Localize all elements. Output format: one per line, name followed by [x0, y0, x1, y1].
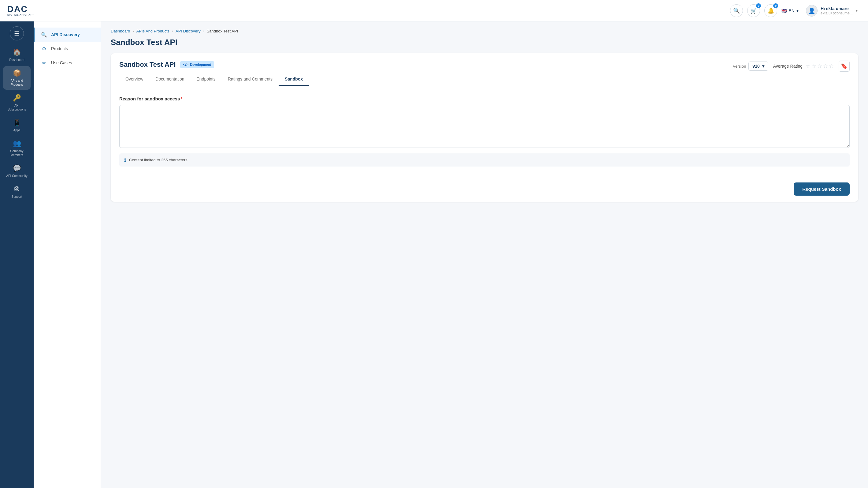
tab-overview[interactable]: Overview [119, 73, 149, 86]
support-icon: 🛠 [13, 185, 20, 193]
sidebar-item-label: Dashboard [9, 58, 25, 62]
logo-sub: DIGITAL APICRAFT [7, 13, 34, 16]
sidebar-item-label: Apps [13, 128, 21, 132]
cart-button[interactable]: 🛒 0 [747, 4, 760, 17]
version-selector[interactable]: v10 ▾ [748, 61, 768, 71]
secondary-sidebar: 🔍 API Discovery ⚙ Products ✏ Use Cases [34, 22, 101, 488]
info-icon: ℹ [124, 157, 126, 163]
tab-ratings-comments[interactable]: Ratings and Comments [222, 73, 279, 86]
secondary-nav-use-cases[interactable]: ✏ Use Cases [34, 56, 101, 70]
sandbox-reason-textarea[interactable] [119, 105, 850, 148]
notification-badge: 0 [773, 3, 778, 8]
sidebar-item-label: Support [11, 195, 22, 199]
tab-sandbox[interactable]: Sandbox [279, 73, 309, 86]
rating-section: Average Rating ☆ ☆ ☆ ☆ ☆ [773, 63, 834, 69]
bookmark-icon: 🔖 [841, 63, 847, 69]
use-cases-icon: ✏ [41, 59, 48, 66]
star-5[interactable]: ☆ [829, 63, 834, 69]
breadcrumb-sep-2: › [172, 29, 173, 33]
language-selector[interactable]: 🇬🇧 EN ▾ [781, 8, 798, 13]
star-rating: ☆ ☆ ☆ ☆ ☆ [806, 63, 834, 69]
rating-label: Average Rating [773, 64, 803, 68]
logo-text: DAC DIGITAL APICRAFT [7, 5, 34, 16]
cart-badge: 0 [756, 3, 761, 8]
breadcrumb-api-discovery[interactable]: API Discovery [176, 29, 200, 33]
star-1[interactable]: ☆ [806, 63, 810, 69]
breadcrumb-dashboard[interactable]: Dashboard [111, 29, 130, 33]
breadcrumb-current: Sandbox Test API [207, 29, 238, 33]
avatar: 👤 [806, 5, 817, 17]
secondary-nav-label: Products [51, 46, 68, 51]
language-label: EN [788, 8, 794, 13]
search-icon: 🔍 [733, 7, 740, 14]
chevron-down-icon: ▾ [797, 8, 799, 13]
version-section: Version v10 ▾ [733, 61, 768, 71]
breadcrumb-sep-1: › [133, 29, 134, 33]
request-sandbox-button[interactable]: Request Sandbox [794, 182, 850, 196]
breadcrumb-sep-3: › [203, 29, 204, 33]
search-button[interactable]: 🔍 [730, 4, 743, 17]
user-menu[interactable]: 👤 Hi ekta umare ekta.u+pconsume... ▾ [803, 3, 861, 18]
api-discovery-icon: 🔍 [41, 31, 48, 38]
secondary-nav-label: API Discovery [51, 32, 80, 37]
secondary-nav-products[interactable]: ⚙ Products [34, 41, 101, 56]
sidebar-item-dashboard[interactable]: 🏠 Dashboard [3, 45, 31, 65]
company-members-icon: 👥 [13, 140, 21, 148]
left-sidebar: ☰ 🏠 Dashboard 📦 APIs and Products 🔑 API … [0, 22, 34, 488]
sidebar-item-api-subscriptions[interactable]: 🔑 API Subscriptions [3, 91, 31, 115]
products-icon: ⚙ [41, 45, 48, 52]
tab-endpoints[interactable]: Endpoints [190, 73, 222, 86]
bell-icon: 🔔 [767, 7, 774, 14]
code-icon: </> [183, 62, 188, 67]
sidebar-item-label: API Community [6, 174, 27, 178]
logo: DAC DIGITAL APICRAFT [7, 5, 41, 16]
page-title: Sandbox Test API [111, 38, 858, 47]
notifications-button[interactable]: 🔔 0 [764, 4, 777, 17]
secondary-nav-api-discovery[interactable]: 🔍 API Discovery [34, 28, 101, 41]
subscriptions-icon: 🔑 [13, 94, 21, 102]
logo-main: DAC [7, 5, 34, 13]
sidebar-item-apis-products[interactable]: 📦 APIs and Products [3, 66, 31, 90]
sidebar-item-apps[interactable]: 📱 Apps [3, 116, 31, 135]
tab-documentation[interactable]: Documentation [149, 73, 190, 86]
apps-icon: 📱 [13, 119, 21, 127]
version-chevron-icon: ▾ [762, 64, 764, 68]
api-card-title: Sandbox Test API [119, 61, 176, 68]
user-name: Hi ekta umare [820, 6, 853, 11]
version-rating-area: Version v10 ▾ Average Rating ☆ ☆ ☆ [733, 61, 850, 71]
version-label: Version [733, 64, 746, 68]
secondary-nav-label: Use Cases [51, 60, 72, 65]
card-footer: Request Sandbox [111, 176, 858, 202]
api-card-body: Reason for sandbox access* ℹ Content lim… [111, 86, 858, 176]
sidebar-item-label: APIs and Products [5, 79, 29, 87]
star-2[interactable]: ☆ [811, 63, 816, 69]
header-right: 🔍 🛒 0 🔔 0 🇬🇧 EN ▾ 👤 Hi ekta umare ekta.u… [730, 3, 861, 18]
menu-toggle-button[interactable]: ☰ [10, 26, 24, 40]
sidebar-item-support[interactable]: 🛠 Support [3, 182, 31, 202]
sidebar-item-label: API Subscriptions [5, 104, 29, 111]
main-layout: ☰ 🏠 Dashboard 📦 APIs and Products 🔑 API … [0, 22, 868, 488]
api-header-top: Sandbox Test API </> Development Version… [119, 61, 850, 71]
breadcrumb-apis-products[interactable]: APIs And Products [136, 29, 169, 33]
version-value: v10 [752, 64, 760, 68]
sidebar-item-api-community[interactable]: 💬 API Community [3, 161, 31, 181]
required-star: * [181, 96, 182, 101]
sidebar-item-label: Company Members [5, 149, 29, 157]
cart-icon: 🛒 [750, 7, 757, 14]
api-card-header: Sandbox Test API </> Development Version… [111, 53, 858, 86]
star-3[interactable]: ☆ [817, 63, 822, 69]
user-chevron-icon: ▾ [856, 8, 858, 13]
api-tabs: Overview Documentation Endpoints Ratings… [119, 73, 850, 86]
hamburger-icon: ☰ [14, 30, 20, 37]
community-icon: 💬 [13, 164, 21, 172]
char-limit-text: Content limited to 255 characters. [129, 158, 188, 162]
star-4[interactable]: ☆ [823, 63, 828, 69]
sidebar-item-company-members[interactable]: 👥 Company Members [3, 137, 31, 160]
main-content: Dashboard › APIs And Products › API Disc… [101, 22, 868, 488]
development-badge: </> Development [180, 61, 214, 68]
dashboard-icon: 🏠 [13, 48, 21, 56]
dev-badge-label: Development [190, 63, 211, 66]
user-info: Hi ekta umare ekta.u+pconsume... [820, 6, 853, 15]
top-header: DAC DIGITAL APICRAFT 🔍 🛒 0 🔔 0 🇬🇧 EN ▾ 👤 [0, 0, 868, 22]
bookmark-button[interactable]: 🔖 [839, 61, 850, 71]
